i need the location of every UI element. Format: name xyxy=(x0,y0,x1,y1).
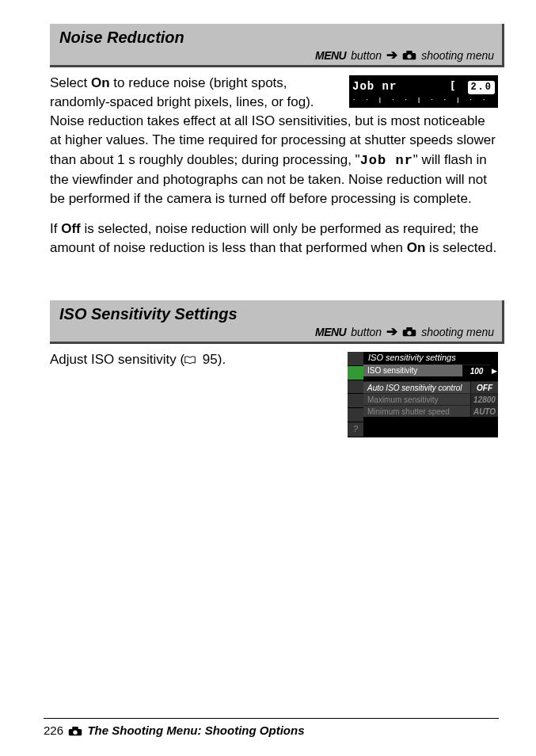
lcd-row-auto-iso: Auto ISO sensitivity control OFF xyxy=(363,381,498,393)
page-reference: 95 xyxy=(184,350,218,369)
on-keyword: On xyxy=(91,75,110,90)
viewfinder-value: 2.0 xyxy=(468,81,495,94)
camera-lcd-screenshot: ? ISO sensitivity settings ISO sensitivi… xyxy=(348,352,498,437)
section-header-noise-reduction: Noise Reduction MENU button ➔ shooting m… xyxy=(50,24,504,67)
lcd-row-label: Maximum sensitivity xyxy=(363,393,470,405)
lcd-help-icon: ? xyxy=(348,422,363,437)
footer-chapter-title: The Shooting Menu: Shooting Options xyxy=(87,724,304,737)
viewfinder-tick-marks: · · | · · | · · | · · xyxy=(352,97,488,105)
lcd-row-min-shutter: Minimum shutter speed AUTO xyxy=(363,405,498,417)
book-icon xyxy=(184,350,196,369)
noise-reduction-paragraph-1: Job nr [ 2.0 · · | · · | · · | · · Selec… xyxy=(50,74,498,208)
menu-path: MENU button ➔ shooting menu xyxy=(59,48,494,62)
lcd-row-value: AUTO xyxy=(470,405,498,417)
noise-reduction-paragraph-2: If Off is selected, noise reduction will… xyxy=(50,220,498,258)
viewfinder-job-nr-label: Job nr xyxy=(352,79,397,95)
menu-path: MENU button ➔ shooting menu xyxy=(59,325,494,338)
lcd-row-value: 12800 xyxy=(470,393,498,405)
menu-button-label: MENU xyxy=(315,326,346,338)
arrow-right-icon: ➔ xyxy=(386,48,397,62)
menu-target: shooting menu xyxy=(421,326,494,338)
menu-button-word: button xyxy=(351,49,382,62)
camera-icon xyxy=(68,727,82,736)
menu-target: shooting menu xyxy=(421,49,494,62)
svg-rect-4 xyxy=(406,327,412,330)
svg-rect-1 xyxy=(406,51,412,54)
svg-point-8 xyxy=(74,731,78,735)
page-number: 226 xyxy=(44,724,63,737)
off-keyword: Off xyxy=(61,221,81,236)
lcd-row-value: OFF xyxy=(470,381,498,393)
viewfinder-display: Job nr [ 2.0 · · | · · | · · | · · xyxy=(349,75,498,108)
lcd-sidebar: ? xyxy=(348,352,363,437)
lcd-screen-title: ISO sensitivity settings xyxy=(348,349,461,365)
menu-button-label: MENU xyxy=(315,49,346,62)
lcd-row-max-sensitivity: Maximum sensitivity 12800 xyxy=(363,393,498,405)
svg-point-5 xyxy=(408,330,412,334)
svg-rect-7 xyxy=(72,727,78,730)
iso-sensitivity-paragraph: ? ISO sensitivity settings ISO sensitivi… xyxy=(50,350,498,369)
lcd-shooting-menu-tab-icon xyxy=(348,366,363,380)
lcd-row-value: 100 xyxy=(462,365,490,376)
job-nr-inline-icon: Job nr xyxy=(360,153,413,168)
arrow-right-icon: ➔ xyxy=(386,325,397,338)
manual-page: Noise Reduction MENU button ➔ shooting m… xyxy=(0,0,536,756)
page-footer: 226 The Shooting Menu: Shooting Options xyxy=(44,718,499,737)
menu-button-word: button xyxy=(351,326,382,338)
section-title: Noise Reduction xyxy=(59,29,494,47)
page-reference-number: 95 xyxy=(203,350,218,369)
chevron-right-icon: ▶ xyxy=(490,365,498,376)
viewfinder-bracket: [ xyxy=(450,79,458,92)
lcd-row-iso-sensitivity: ISO sensitivity 100 ▶ xyxy=(363,365,498,376)
section-title: ISO Sensitivity Settings xyxy=(59,305,494,323)
camera-icon xyxy=(402,327,416,337)
lcd-row-label: ISO sensitivity xyxy=(363,365,462,376)
camera-icon xyxy=(402,51,416,60)
on-keyword: On xyxy=(407,240,426,255)
section-header-iso-sensitivity: ISO Sensitivity Settings MENU button ➔ s… xyxy=(50,300,504,344)
lcd-row-label: Minimum shutter speed xyxy=(363,405,470,417)
lcd-row-label: Auto ISO sensitivity control xyxy=(363,381,470,393)
svg-point-2 xyxy=(408,54,412,58)
